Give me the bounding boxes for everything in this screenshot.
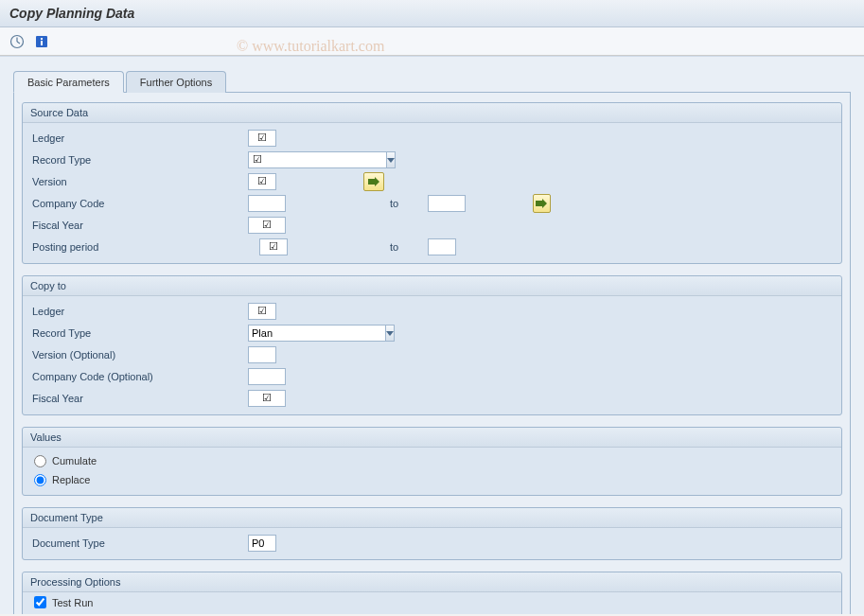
tab-further-options[interactable]: Further Options <box>126 71 226 93</box>
svg-marker-6 <box>387 158 395 163</box>
group-title-values: Values <box>23 428 841 448</box>
group-title-processing: Processing Options <box>23 572 841 592</box>
multiselect-company-code-icon[interactable] <box>533 194 551 213</box>
input-copy-company-code[interactable] <box>248 368 286 385</box>
input-source-posting-period-to[interactable] <box>428 238 456 255</box>
input-document-type[interactable] <box>248 535 276 552</box>
label-copy-version: Version (Optional) <box>30 349 248 361</box>
group-title-source: Source Data <box>23 103 841 123</box>
checkbox-test-run[interactable] <box>34 596 46 608</box>
input-source-ledger[interactable] <box>248 130 276 147</box>
label-cumulate: Cumulate <box>52 455 97 466</box>
input-source-record-type[interactable] <box>248 151 387 168</box>
dropdown-icon[interactable] <box>385 325 395 342</box>
input-source-fiscal-year[interactable] <box>248 217 286 234</box>
radio-replace[interactable] <box>34 474 46 486</box>
label-to-pp: to <box>390 241 418 253</box>
label-test-run: Test Run <box>52 597 93 608</box>
label-record-type: Record Type <box>30 154 248 166</box>
page-title: Copy Planning Data <box>0 0 864 27</box>
label-posting-period: Posting period <box>30 241 248 253</box>
tab-row: Basic Parameters Further Options <box>13 70 851 93</box>
group-title-copy-to: Copy to <box>23 276 841 296</box>
svg-rect-5 <box>41 41 43 45</box>
svg-rect-4 <box>41 38 43 40</box>
tab-basic-parameters[interactable]: Basic Parameters <box>13 71 124 93</box>
label-copy-company-code: Company Code (Optional) <box>30 371 248 382</box>
input-copy-ledger[interactable] <box>248 303 276 320</box>
group-processing-options: Processing Options Test Run <box>22 572 842 614</box>
label-company-code: Company Code <box>30 198 248 209</box>
label-copy-fiscal-year: Fiscal Year <box>30 393 248 404</box>
radio-cumulate[interactable] <box>34 455 46 467</box>
label-to-cc: to <box>390 198 418 209</box>
label-copy-record-type: Record Type <box>30 327 248 339</box>
tab-panel: Source Data Ledger Record Type <box>13 93 851 614</box>
group-values: Values Cumulate Replace <box>22 427 842 496</box>
label-replace: Replace <box>52 474 90 485</box>
info-icon[interactable] <box>32 32 51 51</box>
label-copy-ledger: Ledger <box>30 306 248 317</box>
input-copy-record-type[interactable] <box>248 325 386 342</box>
input-source-company-code-from[interactable] <box>248 195 286 212</box>
execute-icon[interactable] <box>8 32 26 51</box>
label-ledger: Ledger <box>30 132 248 144</box>
input-source-posting-period-from[interactable] <box>259 238 288 255</box>
toolbar <box>0 27 864 56</box>
multiselect-version-icon[interactable] <box>363 172 384 191</box>
input-copy-fiscal-year[interactable] <box>248 390 286 407</box>
svg-marker-9 <box>386 331 394 336</box>
content-area: Basic Parameters Further Options Source … <box>0 56 864 614</box>
input-source-version[interactable] <box>248 173 276 190</box>
svg-line-2 <box>17 42 20 44</box>
svg-marker-7 <box>368 177 379 186</box>
input-source-company-code-to[interactable] <box>428 195 466 212</box>
input-copy-version[interactable] <box>248 346 276 363</box>
group-document-type: Document Type Document Type <box>22 507 842 560</box>
label-version: Version <box>30 176 248 187</box>
group-copy-to: Copy to Ledger Record Type <box>22 275 842 415</box>
dropdown-icon[interactable] <box>386 151 396 168</box>
group-title-document-type: Document Type <box>23 508 841 528</box>
group-source-data: Source Data Ledger Record Type <box>22 102 842 264</box>
label-document-type: Document Type <box>30 537 248 549</box>
svg-marker-8 <box>536 199 547 208</box>
label-fiscal-year: Fiscal Year <box>30 220 248 231</box>
